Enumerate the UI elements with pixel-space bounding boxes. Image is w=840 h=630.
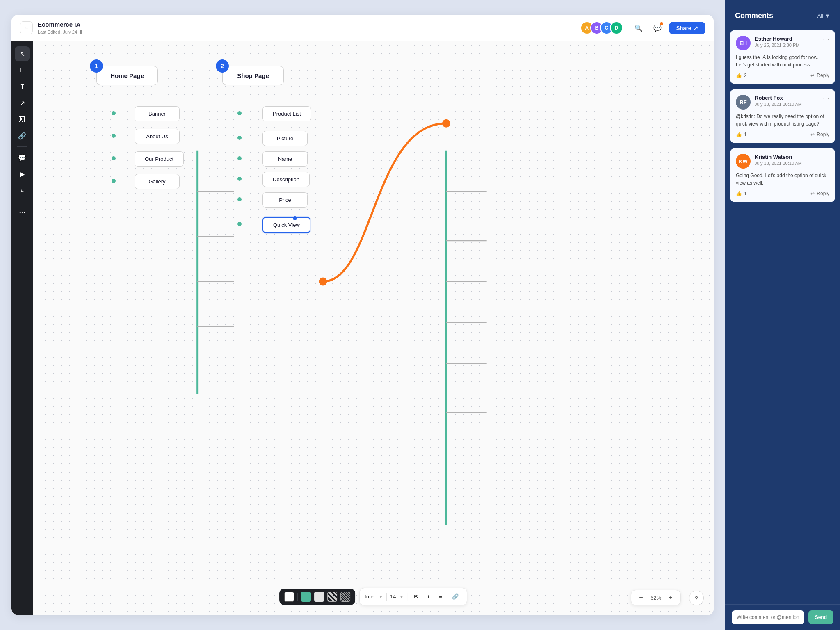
dense-swatch[interactable] bbox=[340, 592, 350, 602]
like-button[interactable]: 👍 1 bbox=[736, 132, 747, 137]
tb-divider-1 bbox=[297, 593, 298, 601]
comment-more-button[interactable]: ⋯ bbox=[823, 154, 829, 162]
home-page-column: 1 Home Page bbox=[96, 66, 158, 85]
text-tool[interactable]: T bbox=[15, 79, 30, 94]
picture-node[interactable]: Picture bbox=[262, 131, 308, 146]
badge-2: 2 bbox=[216, 59, 229, 73]
video-tool[interactable]: ▶ bbox=[15, 167, 30, 181]
zoom-level: 62% bbox=[649, 595, 662, 601]
zoom-controls: − 62% + bbox=[631, 590, 681, 605]
comment-meta: Kristin Watson July 18, 2021 10:10 AM bbox=[755, 154, 819, 166]
aboutus-dot bbox=[112, 134, 116, 138]
reply-button[interactable]: ↩ Reply bbox=[810, 73, 829, 78]
comment-item: RF Robert Fox July 18, 2021 10:10 AM ⋯ @… bbox=[730, 89, 835, 143]
comment-meta: Esther Howard July 25, 2021 2:30 PM bbox=[755, 36, 819, 48]
frame-tool[interactable]: # bbox=[15, 183, 30, 198]
comments-filter[interactable]: All ▼ bbox=[817, 13, 830, 19]
main-area: ← Ecommerce IA Last Edited, July 24 ⬆ A … bbox=[0, 0, 725, 630]
comment-more-button[interactable]: ⋯ bbox=[823, 36, 829, 43]
ourproduct-node[interactable]: Our Product bbox=[135, 151, 184, 167]
ourproduct-dot bbox=[112, 156, 116, 160]
comment-text: @kristin: Do we really need the option o… bbox=[736, 113, 829, 128]
productlist-dot bbox=[237, 111, 242, 115]
chat-button[interactable]: 💬 bbox=[650, 21, 665, 35]
share-button[interactable]: Share ↗ bbox=[669, 22, 705, 34]
link-button[interactable]: 🔗 bbox=[449, 591, 462, 602]
reply-icon: ↩ bbox=[810, 132, 815, 137]
quickview-node[interactable]: Quick View bbox=[262, 217, 310, 233]
diagram-svg bbox=[33, 41, 714, 615]
badge-1: 1 bbox=[90, 59, 103, 73]
svg-point-13 bbox=[442, 119, 450, 128]
help-button[interactable]: ? bbox=[689, 591, 704, 605]
header: ← Ecommerce IA Last Edited, July 24 ⬆ A … bbox=[11, 15, 714, 41]
comment-input[interactable] bbox=[732, 610, 804, 624]
comment-item: EH Esther Howard July 25, 2021 2:30 PM ⋯… bbox=[730, 30, 835, 84]
comment-input-area: Send bbox=[725, 604, 840, 630]
teal-swatch[interactable] bbox=[301, 592, 311, 602]
description-dot bbox=[237, 177, 242, 181]
search-button[interactable]: 🔍 bbox=[631, 21, 646, 35]
reply-button[interactable]: ↩ Reply bbox=[810, 132, 829, 137]
price-node[interactable]: Price bbox=[262, 192, 308, 208]
thumbs-up-icon: 👍 bbox=[736, 132, 742, 137]
comment-item: KW Kristin Watson July 18, 2021 10:10 AM… bbox=[730, 148, 835, 202]
bottom-toolbar: Inter ▼ 14 ▼ B I ≡ 🔗 bbox=[279, 588, 467, 605]
gray-swatch[interactable] bbox=[314, 592, 324, 602]
align-button[interactable]: ≡ bbox=[436, 591, 445, 602]
comment-date: July 25, 2021 2:30 PM bbox=[755, 43, 819, 48]
reply-button[interactable]: ↩ Reply bbox=[810, 191, 829, 196]
home-page-node[interactable]: Home Page bbox=[96, 66, 158, 85]
image-tool[interactable]: 🖼 bbox=[15, 112, 30, 127]
cursor-tool[interactable]: ↖ bbox=[15, 46, 30, 61]
comment-date: July 18, 2021 10:10 AM bbox=[755, 161, 819, 166]
zoom-out-button[interactable]: − bbox=[637, 593, 645, 602]
pattern-swatch[interactable] bbox=[327, 592, 337, 602]
comment-tool[interactable]: 💬 bbox=[15, 150, 30, 165]
avatar: EH bbox=[736, 36, 751, 50]
banner-dot bbox=[112, 111, 116, 115]
canvas-content[interactable]: 1 Home Page B bbox=[33, 41, 714, 615]
like-button[interactable]: 👍 1 bbox=[736, 191, 747, 196]
shop-page-node[interactable]: Shop Page bbox=[222, 66, 284, 85]
reply-icon: ↩ bbox=[810, 191, 815, 196]
comment-actions: 👍 1 ↩ Reply bbox=[736, 191, 829, 196]
notification-dot bbox=[660, 22, 663, 25]
link-tool[interactable]: 🔗 bbox=[15, 128, 30, 143]
aboutus-node[interactable]: About Us bbox=[135, 129, 180, 144]
italic-button[interactable]: I bbox=[425, 591, 433, 602]
comments-title: Comments bbox=[735, 11, 773, 20]
like-button[interactable]: 👍 2 bbox=[736, 73, 747, 78]
back-button[interactable]: ← bbox=[20, 21, 33, 34]
comment-actions: 👍 1 ↩ Reply bbox=[736, 132, 829, 137]
white-swatch[interactable] bbox=[284, 592, 294, 602]
productlist-node[interactable]: Product List bbox=[262, 106, 311, 121]
arrow-tool[interactable]: ↗ bbox=[15, 96, 30, 110]
comments-panel: Comments All ▼ EH Esther Howard July 25,… bbox=[725, 0, 840, 630]
more-tools[interactable]: ⋯ bbox=[15, 205, 30, 219]
avatar: RF bbox=[736, 95, 751, 110]
header-title: Ecommerce IA Last Edited, July 24 ⬆ bbox=[38, 21, 575, 35]
send-button[interactable]: Send bbox=[808, 610, 833, 624]
comment-more-button[interactable]: ⋯ bbox=[823, 95, 829, 103]
bold-button[interactable]: B bbox=[411, 591, 421, 602]
comment-author-row: KW Kristin Watson July 18, 2021 10:10 AM… bbox=[736, 154, 829, 169]
comment-text: I guess the IA is looking good for now. … bbox=[736, 54, 829, 68]
avatar: KW bbox=[736, 154, 751, 169]
font-size-selector[interactable]: 14 bbox=[390, 593, 396, 600]
name-node[interactable]: Name bbox=[262, 151, 308, 167]
left-toolbar: ↖ □ T ↗ 🖼 🔗 💬 ▶ # ⋯ bbox=[11, 41, 33, 615]
thumbs-up-icon: 👍 bbox=[736, 73, 742, 78]
comment-meta: Robert Fox July 18, 2021 10:10 AM bbox=[755, 95, 819, 107]
comment-text: Going Good. Let's add the option of quic… bbox=[736, 172, 829, 187]
gallery-node[interactable]: Gallery bbox=[135, 174, 180, 189]
comment-author-row: RF Robert Fox July 18, 2021 10:10 AM ⋯ bbox=[736, 95, 829, 110]
save-icon: ⬆ bbox=[79, 29, 83, 35]
zoom-in-button[interactable]: + bbox=[667, 593, 675, 602]
font-selector[interactable]: Inter bbox=[365, 593, 375, 600]
banner-node[interactable]: Banner bbox=[135, 106, 180, 121]
comment-date: July 18, 2021 10:10 AM bbox=[755, 102, 819, 107]
description-node[interactable]: Description bbox=[262, 172, 310, 187]
rectangle-tool[interactable]: □ bbox=[15, 63, 30, 78]
name-dot bbox=[237, 156, 242, 160]
